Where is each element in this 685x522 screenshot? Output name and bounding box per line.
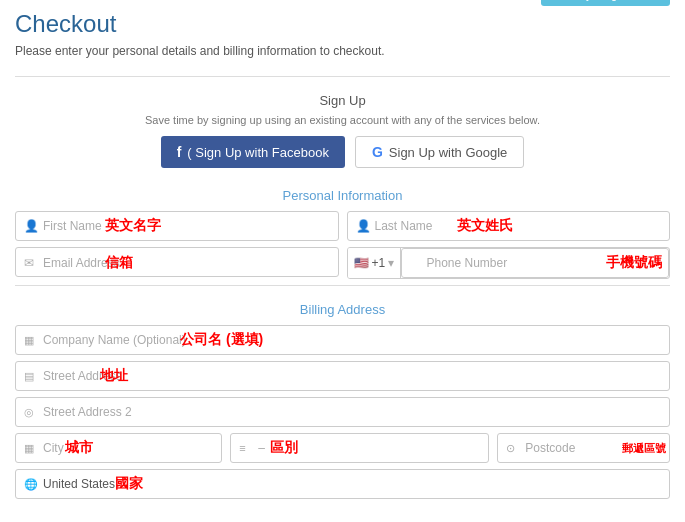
email-input[interactable] [15, 247, 339, 277]
billing-section: Billing Address ▦ Company Name (Optional… [15, 285, 670, 499]
state-group: ≡ – 區別 [230, 433, 489, 463]
phone-country-code: +1 [372, 256, 386, 270]
google-signup-button[interactable]: G Sign Up with Google [355, 136, 524, 168]
map-icon: ▤ [24, 370, 34, 383]
phone-input[interactable] [401, 248, 669, 278]
google-signup-label: Sign Up with Google [389, 145, 508, 160]
city-group: ▦ City 城市 [15, 433, 222, 463]
state-input[interactable] [230, 433, 489, 463]
city-input[interactable] [15, 433, 222, 463]
email-icon: ✉ [24, 256, 34, 270]
postcode-input[interactable] [497, 433, 670, 463]
phone-prefix-separator: ▾ [388, 256, 394, 270]
facebook-signup-button[interactable]: f ( Sign Up with Facebook [161, 136, 345, 168]
page-subtitle: Please enter your personal details and b… [15, 44, 385, 58]
email-group: ✉ Email Address 信箱 [15, 247, 339, 279]
building-icon: ▦ [24, 334, 34, 347]
globe-icon: 🌐 [24, 478, 38, 491]
postcode-icon: ⊙ [506, 442, 515, 455]
country-input[interactable] [15, 469, 670, 499]
street2-group: ◎ Street Address 2 [15, 397, 670, 427]
last-name-group: 👤 Last Name 英文姓氏 [347, 211, 671, 241]
divider-top [15, 76, 670, 77]
phone-prefix[interactable]: 🇺🇸 +1 ▾ [348, 248, 402, 278]
signup-description: Save time by signing up using an existin… [15, 114, 670, 126]
street1-input[interactable] [15, 361, 670, 391]
company-group: ▦ Company Name (Optional) 公司名 (選填) [15, 325, 670, 355]
facebook-signup-label: ( Sign Up with Facebook [187, 145, 329, 160]
page-title: Checkout [15, 10, 385, 38]
country-group: 🌐 United States 國家 [15, 469, 670, 499]
first-name-group: 👤 First Name 英文名字 [15, 211, 339, 241]
location-icon: ◎ [24, 406, 34, 419]
state-icon: ≡ [239, 442, 245, 454]
street1-group: ▤ Street Address 地址 [15, 361, 670, 391]
already-registered-button[interactable]: Already Registered? [541, 0, 670, 6]
city-icon: ▦ [24, 442, 34, 455]
billing-header: Billing Address [15, 302, 670, 317]
phone-group: 🇺🇸 +1 ▾ Phone Number 手機號碼 [347, 247, 671, 279]
postcode-group: ⊙ Postcode 郵遞區號 [497, 433, 670, 463]
company-input[interactable] [15, 325, 670, 355]
signup-title: Sign Up [15, 93, 670, 108]
person-icon-last: 👤 [356, 219, 371, 233]
first-name-input[interactable] [15, 211, 339, 241]
last-name-input[interactable] [347, 211, 671, 241]
google-icon: G [372, 144, 383, 160]
person-icon-first: 👤 [24, 219, 39, 233]
facebook-icon: f [177, 144, 182, 160]
personal-info-section: 👤 First Name 英文名字 👤 Last Name 英文姓氏 ✉ Ema… [15, 211, 670, 279]
personal-info-header: Personal Information [15, 188, 670, 203]
street2-input[interactable] [15, 397, 670, 427]
social-buttons: f ( Sign Up with Facebook G Sign Up with… [15, 136, 670, 168]
signup-section: Sign Up Save time by signing up using an… [15, 85, 670, 178]
flag-icon: 🇺🇸 [354, 256, 369, 270]
